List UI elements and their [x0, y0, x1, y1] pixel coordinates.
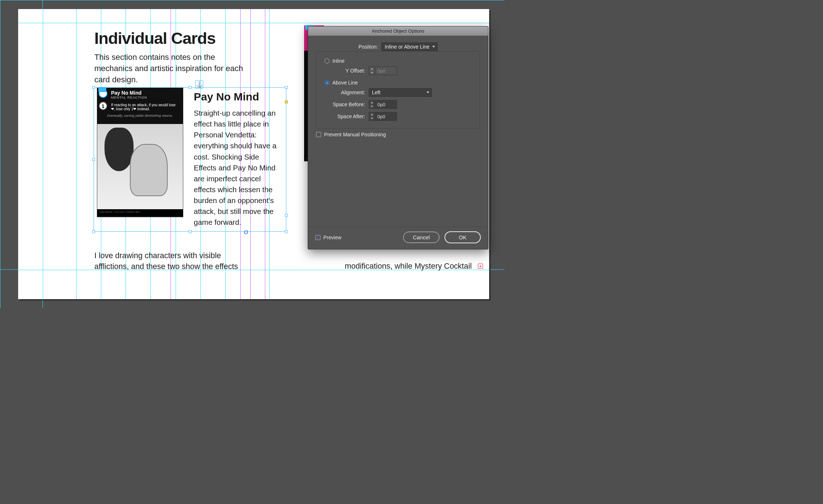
- page-heading: Individual Cards: [94, 29, 216, 48]
- space-after-input[interactable]: ▲▼: [369, 112, 397, 121]
- dialog-title[interactable]: Anchored Object Options: [308, 26, 488, 36]
- space-before-input[interactable]: ▲▼: [369, 100, 397, 109]
- above-line-radio-label: Above Line: [332, 80, 358, 86]
- selected-frame[interactable]: [94, 87, 286, 232]
- alignment-dropdown[interactable]: Left: [369, 88, 432, 97]
- preview-label: Preview: [323, 235, 341, 240]
- space-after-label: Space After:: [322, 113, 369, 119]
- alignment-value: Left: [372, 90, 380, 95]
- ok-button[interactable]: OK: [445, 231, 481, 243]
- right-column-text-bottom: modifications, while Mystery Cocktail: [345, 262, 472, 271]
- chevron-down-icon: [432, 46, 435, 48]
- prevent-manual-positioning-checkbox[interactable]: Prevent Manual Positioning: [316, 132, 386, 137]
- intro-text: This section contains notes on the mecha…: [94, 52, 247, 85]
- anchored-object-options-dialog[interactable]: Anchored Object Options Position: Inline…: [308, 26, 488, 249]
- position-dropdown[interactable]: Inline or Above Line: [381, 42, 438, 51]
- chevron-down-icon: [426, 92, 429, 94]
- overset-text-icon[interactable]: +: [478, 264, 483, 269]
- space-before-label: Space Before:: [322, 102, 369, 107]
- preview-checkbox[interactable]: Preview: [315, 235, 341, 240]
- y-offset-label: Y Offset:: [322, 68, 369, 74]
- story-cursor-icon: o: [244, 227, 248, 236]
- body-text-below: I love drawing characters with visible a…: [94, 250, 239, 272]
- position-label: Position:: [359, 44, 378, 50]
- anchor-marker-icon[interactable]: ⚓: [195, 80, 203, 88]
- above-line-radio[interactable]: Above Line: [324, 80, 358, 86]
- y-offset-input: ▲▼: [369, 66, 397, 75]
- position-value: Inline or Above Line: [385, 44, 429, 50]
- inline-radio[interactable]: Inline: [324, 58, 344, 64]
- cancel-button[interactable]: Cancel: [403, 232, 439, 243]
- inline-radio-label: Inline: [332, 58, 344, 64]
- prevent-manual-positioning-label: Prevent Manual Positioning: [324, 132, 386, 137]
- alignment-label: Alignment:: [322, 90, 369, 95]
